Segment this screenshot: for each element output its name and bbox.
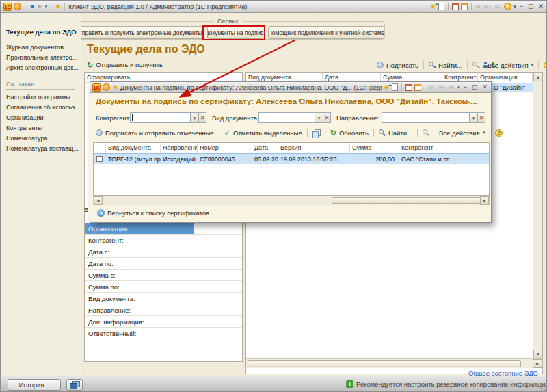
sidebar-item-nomenclature[interactable]: Номенклатура [6, 135, 81, 142]
minimize-button[interactable]: − [462, 83, 468, 91]
favorites-star-icon[interactable]: ★ [55, 3, 61, 10]
direction-filter-input[interactable]: ▾ ✕ [382, 112, 485, 123]
back-to-certificates-link[interactable]: ◄ Вернуться к списку сертификатов [97, 209, 209, 217]
calculator-icon[interactable] [405, 84, 412, 91]
scroll-down-icon[interactable]: ▼ [533, 350, 543, 358]
page-icon[interactable] [438, 3, 444, 10]
m-minus-button[interactable]: M- [494, 3, 502, 10]
v-scrollbar[interactable]: ▲ ▼ [533, 73, 542, 358]
favorites-star-icon[interactable]: ★ [112, 83, 118, 91]
mark-selected-button[interactable]: ✓Отметить выделенные [224, 129, 302, 137]
scroll-right-icon[interactable]: ► [533, 359, 542, 368]
add-favorite-icon[interactable]: ★+ [430, 3, 436, 10]
sidebar-item-organizations[interactable]: Организации [6, 114, 81, 121]
close-button[interactable]: ✕ [481, 83, 489, 91]
quick-filter-row[interactable]: Дата с: [85, 246, 242, 258]
tab-send-receive-documents[interactable]: Отправить и получить электронные докумен… [74, 26, 203, 39]
calendar-icon[interactable] [414, 84, 421, 91]
quick-filter-row[interactable]: Вид документа: [85, 293, 242, 304]
add-favorite-icon[interactable]: ★+ [384, 83, 390, 91]
close-button[interactable]: ✕ [537, 3, 545, 10]
combo-clear-icon[interactable]: ✕ [323, 112, 331, 123]
help-button[interactable]: ? [544, 62, 547, 69]
tab-connection-assistant[interactable]: Помощник подключения к учетной системе [268, 26, 384, 39]
sidebar-item-archive[interactable]: Архив электронных док... [6, 64, 81, 71]
m-plus-button[interactable]: M+ [436, 84, 445, 90]
document-row[interactable]: ТОРГ-12 (титул прод... Исходящий СТ00000… [94, 153, 489, 164]
back-button[interactable]: ◄ [29, 3, 35, 10]
refresh-button[interactable]: ↻Обновить [330, 129, 369, 137]
sidebar-item-settings[interactable]: Настройки программы [6, 94, 81, 101]
combo-clear-icon[interactable]: ✕ [198, 112, 206, 123]
column-header-number[interactable]: Номер [198, 143, 252, 153]
help-button[interactable]: ? [495, 129, 503, 137]
doc-type-input[interactable] [258, 112, 315, 123]
scroll-left-icon[interactable]: ◄ [94, 196, 103, 205]
maximize-button[interactable]: ▢ [470, 83, 479, 91]
all-actions-button[interactable]: Все действия▾ [439, 129, 485, 137]
combo-clear-icon[interactable]: ✕ [477, 112, 485, 123]
send-receive-button[interactable]: ↻ Отправить и получить [87, 61, 163, 68]
sidebar-item-supplier-nomenclature[interactable]: Номенклатура поставщ... [6, 145, 81, 152]
dialog-h-scrollbar[interactable]: ◄ ► [93, 196, 490, 205]
history-dropdown-icon[interactable]: ▾ [45, 4, 48, 10]
clear-search-icon[interactable] [423, 129, 429, 136]
quick-filter-row[interactable]: Ответственный: [85, 328, 242, 339]
calendar-icon[interactable] [461, 3, 468, 10]
more-icon[interactable]: ▾ [457, 85, 460, 90]
doc-type-filter-input[interactable]: ▾ ✕ [258, 112, 331, 123]
info-button[interactable]: i [504, 3, 511, 10]
quick-filter-row[interactable]: Контрагент: [85, 235, 242, 246]
quick-filter-row[interactable]: Сумма по: [85, 281, 242, 293]
quick-filter-row[interactable]: Направление: [85, 304, 242, 316]
counterparty-filter-input[interactable]: ▾ ✕ [130, 112, 206, 123]
scrollbar-thumb[interactable] [332, 197, 481, 204]
client-mode-button[interactable] [66, 379, 83, 391]
counterparty-input[interactable] [130, 112, 190, 123]
sidebar-item-arbitrary-docs[interactable]: Произвольные электро... [6, 54, 81, 61]
sign-button[interactable]: Подписать [377, 62, 418, 69]
combo-dropdown-icon[interactable]: ▾ [315, 112, 323, 123]
dialog-menu-button[interactable] [103, 83, 110, 91]
column-header-sum[interactable]: Сумма [350, 143, 399, 153]
resize-grip[interactable] [540, 385, 546, 391]
minimize-button[interactable]: − [518, 3, 524, 10]
info-dropdown-icon[interactable]: ▾ [513, 4, 516, 10]
main-menu-button[interactable] [14, 3, 21, 10]
quick-filter-row[interactable]: Доп. информация: [85, 316, 242, 328]
m-button[interactable]: M [429, 84, 435, 90]
quick-filter-row[interactable]: Сумма с: [85, 270, 242, 281]
maximize-button[interactable]: ▢ [526, 3, 535, 10]
sidebar-item-agreements[interactable]: Соглашения об использ... [6, 104, 81, 111]
find-button[interactable]: Найти... [429, 62, 462, 69]
sidebar-item-journal[interactable]: Журнал документов [6, 44, 81, 51]
history-button[interactable]: История... [8, 379, 61, 391]
find-button[interactable]: Найти... [379, 129, 412, 137]
column-header-version[interactable]: Версия [278, 143, 350, 153]
sign-and-send-button[interactable]: Подписать и отправить отмеченные [96, 129, 214, 137]
forward-button[interactable]: ► [37, 3, 43, 10]
copy-icon[interactable] [312, 129, 320, 137]
sidebar-current-section[interactable]: Текущие дела по ЭДО [6, 28, 81, 36]
column-header-date[interactable]: Дата [252, 143, 278, 153]
m-minus-button[interactable]: M- [448, 84, 455, 90]
all-actions-button[interactable]: Все действия▾ [488, 62, 533, 69]
combo-dropdown-icon[interactable]: ▾ [190, 112, 198, 123]
row-checkbox[interactable] [96, 156, 103, 162]
sidebar-item-counterparties[interactable]: Контрагенты [6, 125, 81, 131]
scroll-up-icon[interactable]: ▲ [533, 73, 543, 81]
m-button[interactable]: M [475, 3, 481, 10]
clear-search-icon[interactable] [472, 62, 479, 68]
column-header-doc-type[interactable]: Вид документа [106, 143, 161, 153]
calculator-icon[interactable] [452, 3, 459, 10]
quick-filter-row[interactable]: Дата по: [85, 258, 242, 270]
direction-input[interactable] [382, 112, 469, 123]
m-plus-button[interactable]: M+ [483, 3, 492, 10]
column-header-counterparty[interactable]: Контрагент [399, 143, 489, 153]
combo-dropdown-icon[interactable]: ▾ [469, 112, 477, 123]
h-scrollbar[interactable]: ► [246, 358, 542, 368]
quick-filter-row[interactable]: Организация: [85, 223, 242, 235]
column-header-direction[interactable]: Направление [161, 143, 198, 153]
scroll-right-icon[interactable]: ► [480, 196, 489, 205]
page-icon[interactable] [392, 83, 398, 91]
